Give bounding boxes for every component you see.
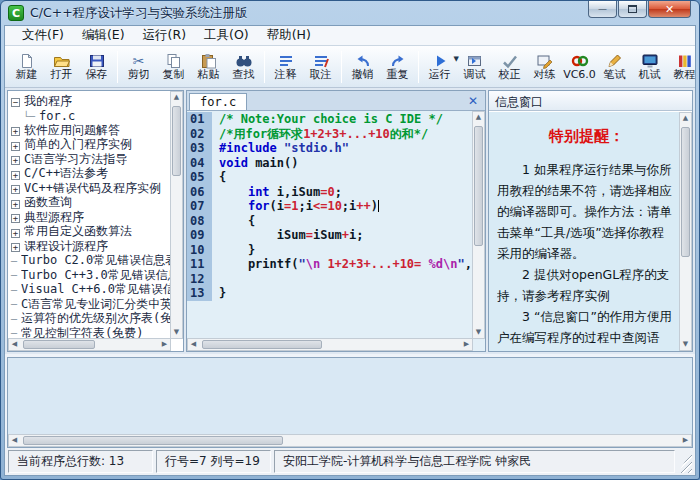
info-window-header: 信息窗口: [489, 91, 692, 111]
practice-button[interactable]: 对练: [527, 48, 562, 86]
scrollbar-thumb[interactable]: [474, 126, 483, 246]
toolbar-button-label: 取注: [310, 69, 332, 81]
line-number: 05: [187, 170, 212, 185]
tree-expand-icon[interactable]: +: [11, 181, 20, 195]
toolbar-button-label: 剪切: [128, 69, 150, 81]
scroll-right-icon[interactable]: ▶: [461, 339, 472, 350]
line-number: 12: [187, 272, 212, 287]
scroll-up-icon[interactable]: ▲: [680, 113, 691, 124]
scroll-left-icon[interactable]: ◀: [188, 339, 199, 350]
toolbar-separator: [418, 51, 419, 83]
scroll-down-icon[interactable]: ▼: [680, 339, 691, 350]
tree-vertical-scrollbar[interactable]: ▲ ▼: [170, 91, 183, 339]
debug-button[interactable]: 调试: [457, 48, 492, 86]
maximize-button[interactable]: [618, 1, 647, 18]
status-organization: 安阳工学院-计算机科学与信息工程学院 钟家民: [274, 450, 675, 473]
tree-list[interactable]: −我的程序└─for.c+软件应用问题解答+简单的入门程序实例+C语言学习方法指…: [8, 91, 170, 338]
menu-item[interactable]: 帮助(H): [258, 26, 320, 45]
window-title: C/C++程序设计学习与实验系统注册版: [30, 5, 248, 22]
pencil-button[interactable]: 笔试: [597, 48, 632, 86]
scroll-left-icon[interactable]: ◀: [9, 435, 20, 446]
editor-vertical-scrollbar[interactable]: ▲ ▼: [472, 111, 485, 339]
monitor-button[interactable]: 机试: [632, 48, 667, 86]
info-vertical-scrollbar[interactable]: ▲ ▼: [679, 112, 692, 351]
close-button[interactable]: ✕: [648, 1, 691, 18]
tab-close-icon[interactable]: ✕: [461, 94, 485, 108]
undo-button[interactable]: 撤销: [345, 48, 380, 86]
tree-expand-icon[interactable]: +: [11, 225, 20, 239]
comment-button[interactable]: 注释: [268, 48, 303, 86]
title-bar[interactable]: C C/C++程序设计学习与实验系统注册版 — ✕: [1, 1, 699, 25]
scrollbar-thumb[interactable]: [202, 340, 322, 349]
menu-item[interactable]: 编辑(E): [73, 26, 134, 45]
status-bar: 当前程序总行数: 13 行号=7 列号=19 安阳工学院-计算机科学与信息工程学…: [5, 448, 695, 475]
tab-for-c[interactable]: for.c: [189, 93, 247, 110]
toolbar-button-label: 复制: [163, 69, 185, 81]
cut-button[interactable]: ✂剪切: [121, 48, 156, 86]
tree-expand-icon[interactable]: +: [11, 239, 20, 253]
menu-bar: 文件(F)编辑(E)运行(R)工具(O)帮助(H): [5, 26, 695, 46]
code-lines[interactable]: 01/* Note:Your choice is C IDE */02/*用fo…: [187, 112, 472, 338]
code-text: iSum=iSum+i;: [212, 228, 364, 243]
tree-item-label: 常见控制字符表(免费): [21, 325, 143, 338]
output-panel[interactable]: ◀ ▶: [7, 357, 693, 448]
tree-leaf-icon: ─: [11, 254, 17, 268]
info-paragraph: 1 如果程序运行结果与你所用教程的结果不符，请选择相应的编译器即可。操作方法：请…: [497, 159, 676, 264]
open-folder-button[interactable]: 打开: [44, 48, 79, 86]
find-button[interactable]: 查找: [226, 48, 261, 86]
code-line: 05{: [187, 170, 472, 185]
vc6-button[interactable]: VC6.0: [562, 48, 597, 86]
scroll-down-icon[interactable]: ▼: [473, 327, 484, 338]
tree-item-label: 我的程序: [24, 93, 72, 110]
tree-horizontal-scrollbar[interactable]: ◀ ▶: [8, 338, 171, 351]
scrollbar-thumb[interactable]: [23, 340, 95, 349]
info-window-panel: 信息窗口 特别提醒： 1 如果程序运行结果与你所用教程的结果不符，请选择相应的编…: [488, 90, 693, 352]
toolbar-button-label: 重复: [387, 69, 409, 81]
editor-horizontal-scrollbar[interactable]: ◀ ▶: [187, 338, 473, 351]
scrollbar-thumb[interactable]: [172, 106, 181, 176]
output-horizontal-scrollbar[interactable]: ◀ ▶: [8, 434, 692, 447]
save-icon: [88, 52, 106, 69]
scroll-up-icon[interactable]: ▲: [473, 112, 484, 123]
scrollbar-thumb[interactable]: [681, 127, 690, 257]
code-editor[interactable]: 01/* Note:Your choice is C IDE */02/*用fo…: [187, 111, 485, 351]
scroll-down-icon[interactable]: ▼: [171, 327, 182, 338]
tutorial-button[interactable]: 教程: [667, 48, 695, 86]
scroll-right-icon[interactable]: ▶: [680, 435, 691, 446]
tree-expand-icon[interactable]: +: [11, 210, 20, 224]
scroll-left-icon[interactable]: ◀: [9, 339, 20, 350]
tree-expand-icon[interactable]: +: [11, 196, 20, 210]
copy-button[interactable]: 复制: [156, 48, 191, 86]
resize-grip[interactable]: [678, 450, 692, 473]
tree-expand-icon[interactable]: +: [11, 167, 20, 181]
check-button[interactable]: 校正: [492, 48, 527, 86]
tree-expand-icon[interactable]: +: [11, 138, 20, 152]
scroll-right-icon[interactable]: ▶: [159, 339, 170, 350]
tree-item[interactable]: ─常见控制字符表(免费): [11, 326, 170, 338]
editor-panel: for.c ✕ 01/* Note:Your choice is C IDE *…: [186, 90, 486, 352]
tree-collapse-icon[interactable]: −: [11, 94, 20, 108]
minimize-button[interactable]: —: [588, 1, 617, 18]
code-text: int i,iSum=0;: [212, 185, 342, 200]
toolbar-button-label: 查找: [233, 69, 255, 81]
new-file-button[interactable]: 新建: [9, 48, 44, 86]
paste-button[interactable]: 粘贴: [191, 48, 226, 86]
save-button[interactable]: 保存: [79, 48, 114, 86]
scroll-up-icon[interactable]: ▲: [171, 92, 182, 103]
menu-item[interactable]: 文件(F): [13, 26, 73, 45]
tree-leaf-icon: ─: [11, 326, 17, 338]
new-file-icon: [18, 52, 36, 69]
tree-expand-icon[interactable]: +: [11, 123, 20, 137]
menu-item[interactable]: 工具(O): [195, 26, 258, 45]
run-button[interactable]: 运行▼: [422, 48, 457, 86]
toolbar-button-label: 调试: [464, 69, 486, 81]
line-number: 07: [187, 199, 212, 214]
tree-item[interactable]: −我的程序: [11, 94, 170, 109]
tree-expand-icon[interactable]: +: [11, 152, 20, 166]
menu-item[interactable]: 运行(R): [134, 26, 195, 45]
uncomment-button[interactable]: 取注: [303, 48, 338, 86]
scrollbar-thumb[interactable]: [23, 436, 283, 445]
tree-branch-icon: └─: [23, 109, 35, 123]
status-total-lines: 当前程序总行数: 13: [8, 450, 153, 473]
redo-button[interactable]: 重复: [380, 48, 415, 86]
